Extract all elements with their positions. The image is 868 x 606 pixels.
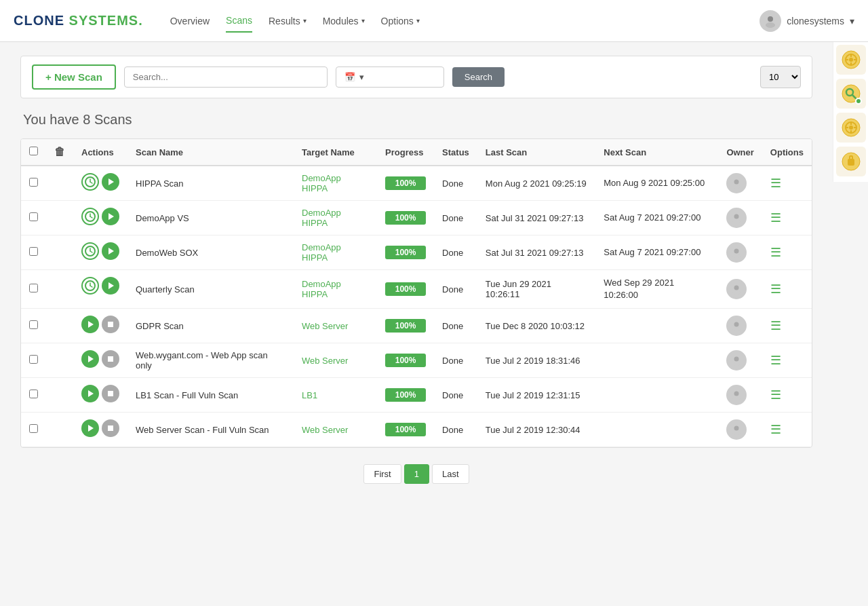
nav-scans[interactable]: Scans <box>226 10 252 33</box>
next-scan-5 <box>595 343 718 378</box>
progress-5: 100% <box>377 343 434 378</box>
options-6[interactable]: ☰ <box>762 378 812 413</box>
options-menu-icon-6[interactable]: ☰ <box>770 388 781 402</box>
sidebar-icon-1[interactable] <box>836 45 866 75</box>
search-button[interactable]: Search <box>452 67 505 87</box>
stop-icon-6[interactable] <box>102 385 119 402</box>
options-7[interactable]: ☰ <box>762 413 812 447</box>
play-icon-4[interactable] <box>81 316 99 333</box>
target-link-2[interactable]: DemoApp HIPPA <box>302 242 341 263</box>
select-all-checkbox[interactable] <box>29 147 38 155</box>
table-row: GDPR ScanWeb Server100%DoneTue Dec 8 202… <box>21 309 812 343</box>
user-menu[interactable]: clonesystems ▾ <box>760 10 854 32</box>
owner-avatar-6 <box>726 385 747 405</box>
play-icon-0[interactable] <box>102 173 119 191</box>
date-filter-dropdown-arrow: ▾ <box>359 72 364 82</box>
target-name-1[interactable]: DemoApp HIPPA <box>294 201 377 235</box>
row-checkbox-1[interactable] <box>29 212 38 221</box>
schedule-icon-2[interactable] <box>81 242 99 260</box>
play-icon-7[interactable] <box>81 419 99 437</box>
target-link-5[interactable]: Web Server <box>302 356 348 366</box>
options-2[interactable]: ☰ <box>762 235 812 270</box>
target-name-3[interactable]: DemoApp HIPPA <box>294 270 377 309</box>
row-checkbox-7[interactable] <box>29 424 38 433</box>
options-menu-icon-1[interactable]: ☰ <box>770 211 781 225</box>
options-menu-icon-2[interactable]: ☰ <box>770 246 781 259</box>
row-del-2 <box>46 235 73 270</box>
nav-overview[interactable]: Overview <box>170 10 210 32</box>
target-name-6[interactable]: LB1 <box>294 378 377 413</box>
scans-table: 🗑 Actions Scan Name Target Name Progress… <box>21 139 812 447</box>
options-menu-icon-0[interactable]: ☰ <box>770 176 781 190</box>
target-name-0[interactable]: DemoApp HIPPA <box>294 166 377 201</box>
target-link-3[interactable]: DemoApp HIPPA <box>302 279 341 299</box>
target-name-4[interactable]: Web Server <box>294 309 377 343</box>
sidebar-icon-4[interactable] <box>836 147 866 176</box>
nav-options[interactable]: Options <box>381 10 420 32</box>
svg-point-32 <box>734 214 739 219</box>
schedule-icon-0[interactable] <box>81 173 99 191</box>
stop-icon-5[interactable] <box>102 350 119 368</box>
play-icon-1[interactable] <box>102 208 119 225</box>
search-input[interactable] <box>124 67 328 88</box>
col-target-name: Target Name <box>294 139 377 166</box>
sidebar-icon-2[interactable] <box>836 79 866 109</box>
pagination-page-1[interactable]: 1 <box>404 464 429 484</box>
play-icon-6[interactable] <box>81 385 99 402</box>
svg-line-30 <box>90 216 92 218</box>
status-1: Done <box>434 201 477 235</box>
pagination-last[interactable]: Last <box>432 464 469 484</box>
options-menu-icon-4[interactable]: ☰ <box>770 319 781 333</box>
target-link-6[interactable]: LB1 <box>302 390 317 400</box>
options-3[interactable]: ☰ <box>762 270 812 309</box>
target-link-4[interactable]: Web Server <box>302 321 348 331</box>
row-checkbox-3[interactable] <box>29 284 38 292</box>
nav-results[interactable]: Results <box>269 10 307 32</box>
target-link-1[interactable]: DemoApp HIPPA <box>302 208 341 228</box>
svg-rect-17 <box>846 127 848 128</box>
row-checkbox-6[interactable] <box>29 390 38 398</box>
last-scan-1: Sat Jul 31 2021 09:27:13 <box>477 201 595 235</box>
target-link-0[interactable]: DemoApp HIPPA <box>302 173 341 193</box>
play-icon-5[interactable] <box>81 350 99 368</box>
owner-avatar-3 <box>726 279 747 299</box>
row-del-4 <box>46 309 73 343</box>
row-del-3 <box>46 270 73 309</box>
row-checkbox-5[interactable] <box>29 355 38 364</box>
play-icon-3[interactable] <box>102 277 119 295</box>
svg-marker-37 <box>108 248 114 254</box>
date-filter[interactable]: 📅 ▾ <box>336 67 444 88</box>
options-menu-icon-7[interactable]: ☰ <box>770 423 781 436</box>
pagination-first[interactable]: First <box>363 464 401 484</box>
options-5[interactable]: ☰ <box>762 343 812 378</box>
target-name-2[interactable]: DemoApp HIPPA <box>294 235 377 270</box>
stop-icon-4[interactable] <box>102 316 119 333</box>
target-link-7[interactable]: Web Server <box>302 425 348 435</box>
svg-rect-15 <box>850 122 852 125</box>
schedule-icon-1[interactable] <box>81 208 99 225</box>
options-menu-icon-3[interactable]: ☰ <box>770 282 781 296</box>
row-checkbox-2[interactable] <box>29 247 38 256</box>
nav-modules[interactable]: Modules <box>323 10 365 32</box>
status-0: Done <box>434 166 477 201</box>
progress-bar-3: 100% <box>385 282 426 296</box>
options-4[interactable]: ☰ <box>762 309 812 343</box>
schedule-icon-3[interactable] <box>81 277 99 295</box>
options-menu-icon-5[interactable]: ☰ <box>770 354 781 367</box>
play-icon-2[interactable] <box>102 242 119 260</box>
sidebar-icon-3[interactable] <box>836 113 866 143</box>
table-row: DemoApp VSDemoApp HIPPA100%DoneSat Jul 3… <box>21 201 812 235</box>
row-actions-1 <box>73 201 127 232</box>
options-0[interactable]: ☰ <box>762 166 812 201</box>
progress-6: 100% <box>377 378 434 413</box>
per-page-select[interactable]: 10 25 50 100 <box>760 66 801 88</box>
scans-tbody: HIPPA ScanDemoApp HIPPA100%DoneMon Aug 2… <box>21 166 812 447</box>
stop-icon-7[interactable] <box>102 419 119 437</box>
new-scan-button[interactable]: + New Scan <box>32 64 116 90</box>
options-1[interactable]: ☰ <box>762 201 812 235</box>
target-name-7[interactable]: Web Server <box>294 413 377 447</box>
row-checkbox-4[interactable] <box>29 320 38 329</box>
delete-icon[interactable]: 🗑 <box>54 146 65 157</box>
target-name-5[interactable]: Web Server <box>294 343 377 378</box>
row-checkbox-0[interactable] <box>29 178 38 187</box>
